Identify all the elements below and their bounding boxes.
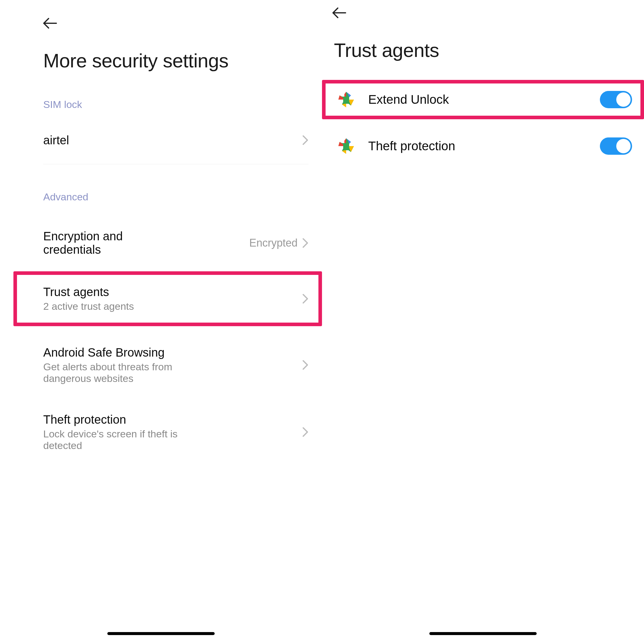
list-item-content: Trust agents 2 active trust agents [43, 285, 302, 312]
list-item-content: Android Safe Browsing Get alerts about t… [43, 346, 302, 384]
list-item-title: Theft protection [43, 413, 302, 426]
chevron-right-icon [302, 293, 309, 304]
list-item-right: Encrypted [249, 237, 309, 249]
list-item-subtitle: 2 active trust agents [43, 301, 302, 312]
list-item-trust-agents[interactable]: Trust agents 2 active trust agents [17, 275, 318, 323]
nav-indicator[interactable] [107, 632, 215, 635]
chevron-right-icon [302, 360, 309, 370]
toggle-knob [616, 139, 631, 153]
back-button[interactable] [331, 4, 348, 21]
list-item-content: Theft protection Lock device's screen if… [43, 413, 302, 451]
list-item-title: Encryption and credentials [43, 230, 145, 256]
list-item-airtel[interactable]: airtel [0, 122, 322, 158]
list-item-theft-protection[interactable]: Theft protection Lock device's screen if… [0, 402, 322, 462]
toggle-knob [616, 92, 631, 107]
highlight-trust-agents: Trust agents 2 active trust agents [13, 271, 322, 326]
page-title: Trust agents [334, 39, 644, 61]
list-item-title: Android Safe Browsing [43, 346, 302, 359]
list-item-right [302, 427, 309, 437]
page-title: More security settings [43, 49, 322, 72]
list-item-safe-browsing[interactable]: Android Safe Browsing Get alerts about t… [0, 334, 322, 396]
list-item-subtitle: Get alerts about threats from dangerous … [43, 361, 216, 384]
back-arrow-icon [42, 17, 58, 29]
chevron-right-icon [302, 238, 309, 248]
google-play-services-icon [338, 92, 354, 107]
list-item-title: airtel [43, 134, 302, 147]
agent-title: Extend Unlock [368, 92, 600, 107]
agent-title: Theft protection [368, 139, 600, 153]
google-play-services-icon [338, 138, 354, 154]
section-label-advanced: Advanced [43, 191, 322, 203]
section-label-sim-lock: SIM lock [43, 99, 322, 110]
list-item-right [302, 135, 309, 145]
list-item-title: Trust agents [43, 285, 302, 299]
list-item-right [302, 360, 309, 370]
chevron-right-icon [302, 427, 309, 437]
back-button[interactable] [42, 15, 58, 32]
list-item-right [302, 293, 309, 304]
agent-item-theft-protection[interactable]: Theft protection [322, 130, 644, 162]
toggle-theft-protection[interactable] [600, 137, 632, 155]
screen-more-security-settings: More security settings SIM lock airtel A… [0, 0, 322, 644]
divider [43, 164, 309, 164]
toggle-extend-unlock[interactable] [600, 91, 632, 108]
list-item-content: Encryption and credentials [43, 230, 249, 256]
nav-indicator[interactable] [429, 632, 537, 635]
agent-item-extend-unlock[interactable]: Extend Unlock [326, 83, 640, 116]
list-item-value: Encrypted [249, 237, 298, 249]
list-item-subtitle: Lock device's screen if theft is detecte… [43, 428, 216, 451]
list-item-content: airtel [43, 134, 302, 147]
list-item-encryption[interactable]: Encryption and credentials Encrypted [0, 215, 322, 271]
back-arrow-icon [331, 7, 347, 19]
screen-trust-agents: Trust agents Extend Unlock [322, 0, 644, 644]
highlight-extend-unlock: Extend Unlock [322, 80, 644, 119]
chevron-right-icon [302, 135, 309, 145]
